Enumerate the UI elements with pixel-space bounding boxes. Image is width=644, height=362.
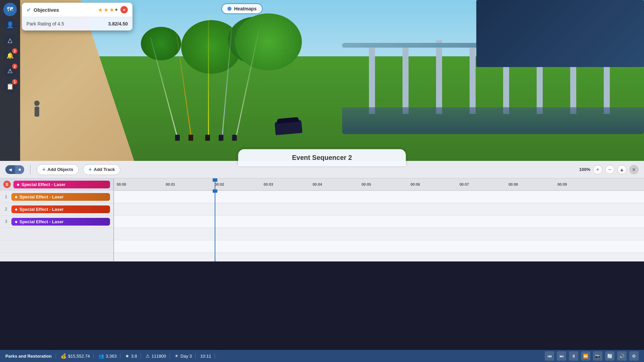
rewind-button[interactable]: ⏮: [545, 351, 554, 361]
collapse-button[interactable]: ▲: [617, 165, 627, 174]
star-2: ★: [104, 7, 108, 13]
time-mark-1: 00:01: [166, 182, 175, 186]
star-3: ★: [109, 7, 114, 13]
sidebar-badge-reports[interactable]: 📋 1: [3, 80, 17, 93]
track-chip-0[interactable]: ◆ Special Effect - Laser: [13, 181, 110, 188]
status-day: ☀ Day 3: [171, 353, 196, 359]
rating-value: 3.8: [131, 354, 137, 359]
timeline-row-3: [114, 228, 644, 240]
status-controls: ⏮ ⏭ ⏸ ⏩ 📷 🔄 🔊 ⚙: [545, 351, 639, 361]
sidebar-badge-notifications[interactable]: 🔔 2: [3, 49, 17, 62]
play-btn-left[interactable]: ◀: [5, 165, 15, 174]
timeline-row-2: [114, 216, 644, 228]
play-btn-active[interactable]: ■: [15, 165, 24, 174]
park-name: Parks and Restoration: [5, 354, 56, 359]
time-mark-0: 00:00: [117, 182, 126, 186]
timeline-row-0: [114, 191, 644, 203]
rating-icon: ★: [125, 353, 129, 359]
timeline-row-1: [114, 203, 644, 216]
sound-button[interactable]: 🔊: [617, 351, 627, 361]
chip-dot-1: ◆: [15, 195, 17, 199]
playhead[interactable]: [215, 191, 215, 261]
track-chip-3[interactable]: ◆ Special Effect - Laser: [11, 218, 110, 226]
fast-forward-button[interactable]: ⏭: [557, 351, 566, 361]
objectives-header: ✔ Objectives ★ ★ ★ ● ×: [22, 3, 132, 17]
tracks-area: [114, 191, 644, 261]
status-alert: ⚠ 111800: [142, 353, 170, 359]
status-bar: Parks and Restoration 💰 $15,552.74 👥 3,3…: [0, 350, 644, 362]
playhead-ruler-handle: [213, 178, 217, 182]
notification-badge-count: 2: [12, 48, 17, 54]
track-delete-button-0[interactable]: 🗑: [3, 181, 11, 188]
laser-white2: [235, 29, 260, 141]
status-guests: 👥 3,363: [95, 353, 120, 359]
close-sequencer-button[interactable]: ✕: [629, 165, 639, 174]
objective-label: Park Rating of 4.5: [26, 21, 64, 26]
track-base: [342, 107, 644, 134]
alerts-badge-count: 2: [12, 64, 17, 69]
timeline-row-5: [114, 253, 644, 261]
time-mark-3: 00:03: [264, 182, 273, 186]
objectives-stars: ★ ★ ★ ●: [98, 7, 118, 13]
alert-icon: ⚠: [146, 353, 150, 359]
timeline-track-area[interactable]: 00:00 00:01 00:02 00:03 00:04 00:05 00:0…: [114, 178, 644, 261]
support-4: [470, 47, 476, 114]
skip-forward-button[interactable]: ⏩: [581, 351, 590, 361]
robot-cart: [274, 120, 302, 135]
chip-dot-2: ◆: [15, 207, 17, 211]
pause-button[interactable]: ⏸: [569, 351, 578, 361]
time-mark-7: 00:07: [460, 182, 469, 186]
sidebar-badge-alerts[interactable]: ⚠ 2: [3, 64, 17, 78]
track-number-2: 2: [3, 207, 9, 212]
objectives-close-button[interactable]: ×: [120, 6, 128, 13]
day-icon: ☀: [174, 353, 179, 359]
time-mark-9: 00:09: [557, 182, 567, 186]
time-mark-5: 00:05: [362, 182, 371, 186]
sidebar-btn-terrain[interactable]: △: [3, 34, 17, 47]
status-rating: ★ 3.8: [122, 353, 141, 359]
heatmaps-button[interactable]: Heatmaps: [221, 3, 263, 14]
settings-button[interactable]: ⚙: [629, 351, 639, 361]
status-time: 10:11: [197, 354, 215, 359]
track-label-row-3: 3 ◆ Special Effect - Laser: [0, 216, 113, 228]
track-label-row-2: 2 ◆ Special Effect - Laser: [0, 203, 113, 216]
zoom-out-button[interactable]: −: [605, 165, 614, 174]
camera-button[interactable]: 📷: [593, 351, 602, 361]
time-mark-2: 00:02: [215, 182, 224, 186]
sidebar-btn-map[interactable]: 🗺: [3, 3, 17, 16]
track-chip-2[interactable]: ◆ Special Effect - Laser: [11, 205, 110, 213]
person-silhouette: [34, 101, 40, 117]
laser-orange: [175, 24, 192, 141]
chip-dot-3: ◆: [15, 220, 17, 224]
add-track-button[interactable]: + Add Track: [83, 164, 120, 175]
add-objects-label: Add Objects: [48, 167, 73, 172]
alert-value: 111800: [152, 354, 166, 359]
add-objects-button[interactable]: + Add Objects: [37, 164, 79, 175]
refresh-button[interactable]: 🔄: [605, 351, 614, 361]
add-objects-plus-icon: +: [42, 167, 45, 173]
sidebar: 🗺 👤 △ 🔔 2 ⚠ 2 📋 1: [0, 0, 20, 161]
track-number-1: 1: [3, 194, 9, 199]
play-button-group[interactable]: ◀ ■: [5, 165, 24, 174]
money-value: $15,552.74: [68, 354, 90, 359]
sidebar-btn-guests[interactable]: 👤: [3, 18, 17, 32]
objectives-panel: ✔ Objectives ★ ★ ★ ● × Park Rating of 4.…: [22, 3, 132, 31]
reports-badge-count: 1: [12, 79, 17, 84]
time-mark-6: 00:06: [411, 182, 420, 186]
laser-base-4: [219, 135, 223, 141]
zoom-in-button[interactable]: +: [593, 165, 602, 174]
chip-dot-0: ◆: [17, 183, 19, 186]
track-chip-1[interactable]: ◆ Special Effect - Laser: [11, 193, 110, 201]
track-labels-panel: 🗑 ◆ Special Effect - Laser 1 ◆ Special E…: [0, 178, 114, 261]
laser-blue: [221, 20, 233, 141]
support-2: [402, 47, 409, 114]
guests-value: 3,363: [106, 354, 117, 359]
star-circle: ●: [115, 7, 118, 13]
heatmaps-icon: [227, 7, 231, 11]
guests-icon: 👥: [98, 353, 104, 359]
track-label-2: Special Effect - Laser: [19, 207, 64, 212]
zoom-percent-label: 100%: [575, 167, 590, 172]
objective-value: 3.82/4.50: [108, 21, 128, 26]
track-label-header-row: 🗑 ◆ Special Effect - Laser: [0, 178, 113, 191]
toolbar-right: 100% + − ▲ ✕: [575, 165, 639, 174]
